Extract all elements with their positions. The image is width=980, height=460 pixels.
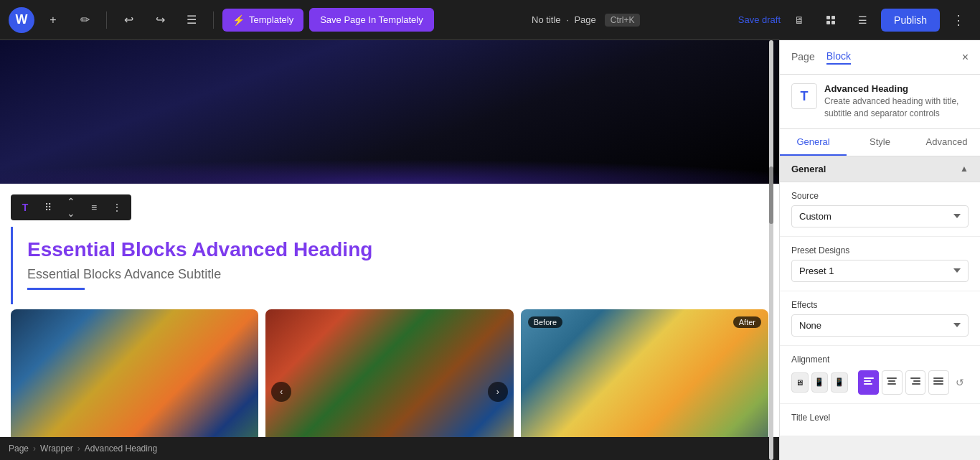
next-arrow[interactable]: › xyxy=(488,382,508,402)
more-block-options-button[interactable]: ⋮ xyxy=(107,197,127,217)
align-left-icon xyxy=(864,376,874,388)
preset-select[interactable]: Preset 1 Preset 2 Preset 3 xyxy=(791,260,969,282)
reset-icon: ↺ xyxy=(956,377,964,388)
align-center-icon xyxy=(887,376,897,388)
hero-section xyxy=(0,40,779,184)
breadcrumb-page: Page xyxy=(9,443,29,454)
more-options-button[interactable]: ⋮ xyxy=(946,7,971,33)
main-layout: T ⠿ ⌃⌄ ≡ ⋮ Essential Blocks Advanced Hea… xyxy=(0,40,980,460)
scroll-thumb[interactable] xyxy=(769,166,773,224)
block-icon: T xyxy=(791,83,817,109)
view-toggle-button[interactable]: 🖥 xyxy=(786,7,812,33)
align-left-button[interactable] xyxy=(858,370,879,395)
templately-icon: ⚡ xyxy=(232,14,245,26)
main-heading: Essential Blocks Advanced Heading xyxy=(27,238,754,261)
breadcrumb-sep-1: › xyxy=(33,443,36,454)
heading-underline xyxy=(27,288,85,290)
block-name-label: Advanced Heading xyxy=(824,83,969,94)
panel-body: General ▲ Source Custom Post Title Site … xyxy=(780,156,980,460)
svg-rect-10 xyxy=(910,377,920,379)
pen-button[interactable]: ✏ xyxy=(72,7,98,33)
align-justify-button[interactable] xyxy=(928,370,949,395)
block-toolbar: T ⠿ ⌃⌄ ≡ ⋮ xyxy=(11,194,131,220)
svg-rect-7 xyxy=(887,377,897,379)
before-badge: Before xyxy=(528,316,562,328)
heading-block[interactable]: Essential Blocks Advanced Heading Essent… xyxy=(11,227,768,304)
panel-header: Page Block × xyxy=(780,40,980,75)
block-info: T Advanced Heading Create advanced headi… xyxy=(780,75,980,129)
keyboard-shortcut-badge: Ctrl+K xyxy=(605,14,641,27)
preset-designs-control: Preset Designs Preset 1 Preset 2 Preset … xyxy=(780,237,980,291)
block-info-text: Advanced Heading Create advanced heading… xyxy=(824,83,969,120)
svg-rect-8 xyxy=(888,380,895,382)
wp-logo[interactable]: W xyxy=(9,7,34,33)
sidebar-toggle-button[interactable]: ☰ xyxy=(849,7,875,33)
move-arrows-button[interactable]: ⌃⌄ xyxy=(61,197,81,217)
divider xyxy=(106,11,107,29)
page-title: No title · Page xyxy=(532,14,596,25)
align-center-button[interactable] xyxy=(882,370,903,395)
responsive-desktop-button[interactable]: 🖥 xyxy=(791,372,809,393)
right-panel: Page Block × T Advanced Heading Create a… xyxy=(779,40,980,460)
svg-rect-1 xyxy=(831,16,835,19)
drag-icon: ⠿ xyxy=(44,202,52,213)
title-level-control: Title Level xyxy=(780,404,980,436)
arrows-icon: ⌃⌄ xyxy=(67,196,75,219)
block-type-icon-button[interactable]: T xyxy=(15,197,35,217)
redo-button[interactable]: ↪ xyxy=(147,7,173,33)
responsive-mobile-button[interactable]: 📱 xyxy=(831,372,848,393)
svg-rect-13 xyxy=(933,377,943,379)
sub-tab-advanced[interactable]: Advanced xyxy=(913,129,980,156)
align-right-icon xyxy=(910,376,920,388)
svg-rect-4 xyxy=(864,377,874,379)
title-area: No title · Page Ctrl+K xyxy=(440,14,732,27)
svg-rect-12 xyxy=(912,383,920,385)
block-type-icon: T xyxy=(801,89,809,104)
source-select[interactable]: Custom Post Title Site Title xyxy=(791,205,969,227)
general-section-title: General xyxy=(791,164,826,174)
save-in-templately-button[interactable]: Save Page In Templately xyxy=(309,8,434,32)
align-button[interactable]: ≡ xyxy=(84,197,104,217)
panel-close-button[interactable]: × xyxy=(962,51,969,64)
add-block-button[interactable]: + xyxy=(40,7,66,33)
block-desc-label: Create advanced heading with title, subt… xyxy=(824,95,969,120)
align-justify-icon xyxy=(933,376,943,388)
tab-page[interactable]: Page xyxy=(791,50,815,65)
hero-curve xyxy=(0,126,779,184)
canvas-content: T ⠿ ⌃⌄ ≡ ⋮ Essential Blocks Advanced Hea… xyxy=(0,40,779,460)
undo-button[interactable]: ↩ xyxy=(116,7,141,33)
section-collapse-button[interactable]: ▲ xyxy=(960,164,969,174)
scrollbar[interactable] xyxy=(768,40,773,460)
svg-rect-15 xyxy=(933,383,943,385)
plugin-button[interactable] xyxy=(818,7,844,33)
alignment-reset-button[interactable]: ↺ xyxy=(952,372,969,393)
scroll-track xyxy=(769,40,773,460)
divider-2 xyxy=(213,11,214,29)
source-control: Source Custom Post Title Site Title xyxy=(780,182,980,237)
effects-select[interactable]: None Fade Slide xyxy=(791,314,969,337)
alignment-label: Alignment xyxy=(791,355,969,365)
tab-block[interactable]: Block xyxy=(826,50,851,65)
save-draft-button[interactable]: Save draft xyxy=(738,14,781,25)
drag-handle-button[interactable]: ⠿ xyxy=(38,197,58,217)
sub-tab-style[interactable]: Style xyxy=(847,129,913,156)
svg-rect-6 xyxy=(864,383,872,385)
publish-button[interactable]: Publish xyxy=(881,9,940,32)
sub-tab-general[interactable]: General xyxy=(780,129,847,156)
title-level-label: Title Level xyxy=(791,413,969,423)
svg-rect-11 xyxy=(913,380,920,382)
responsive-tablet-button[interactable]: 📱 xyxy=(811,372,829,393)
breadcrumb: Page › Wrapper › Advanced Heading xyxy=(0,437,779,460)
svg-rect-0 xyxy=(826,16,830,19)
top-toolbar: W + ✏ ↩ ↪ ☰ ⚡ Templately Save Page In Te… xyxy=(0,0,980,40)
effects-label: Effects xyxy=(791,300,969,310)
sub-heading: Essential Blocks Advance Subtitle xyxy=(27,267,754,282)
templately-button[interactable]: ⚡ Templately xyxy=(222,9,303,32)
align-right-button[interactable] xyxy=(905,370,926,395)
alignment-buttons: 🖥 📱 📱 xyxy=(791,370,969,395)
prev-arrow[interactable]: ‹ xyxy=(271,382,291,402)
svg-rect-2 xyxy=(826,21,830,24)
general-section-header: General ▲ xyxy=(780,156,980,182)
list-view-button[interactable]: ☰ xyxy=(179,7,204,33)
breadcrumb-wrapper: Wrapper xyxy=(40,443,73,454)
